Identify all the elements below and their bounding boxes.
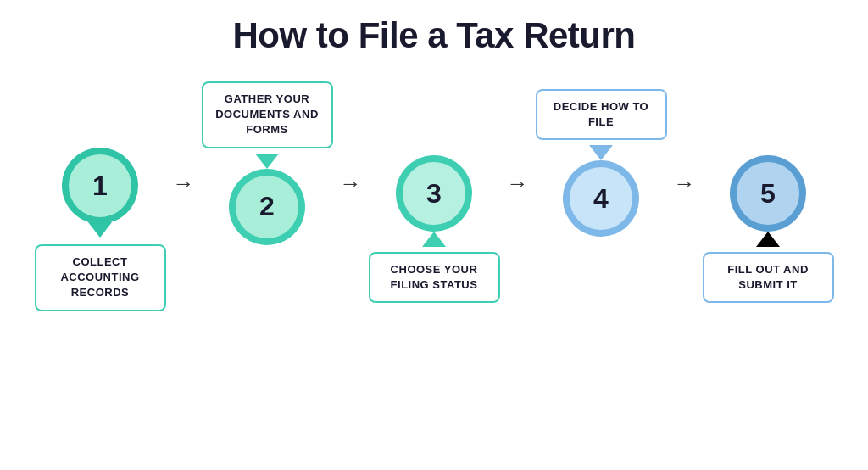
step-5-pointer bbox=[756, 232, 780, 247]
step-1-wrapper: 1 COLLECT ACCOUNTING RECORDS bbox=[35, 81, 166, 311]
step-5-circle-inner: 5 bbox=[737, 162, 799, 225]
arrow-2: → bbox=[340, 171, 362, 222]
step-5-circle-outer: 5 bbox=[730, 155, 806, 232]
step-4-circle-inner: 4 bbox=[570, 167, 632, 230]
step-3-circle-inner: 3 bbox=[403, 162, 465, 225]
step-1-circle-inner: 1 bbox=[69, 154, 131, 217]
step-5-wrapper: 5 FILL OUT AND SUBMIT IT bbox=[703, 89, 834, 303]
step-3-number: 3 bbox=[426, 178, 442, 210]
step-3-pointer bbox=[422, 232, 446, 247]
step-1-pointer bbox=[88, 222, 112, 238]
step-2-label: GATHER YOUR DOCUMENTS AND FORMS bbox=[202, 81, 333, 148]
step-2-circle-outer: 2 bbox=[229, 169, 305, 245]
step-5-number: 5 bbox=[760, 178, 776, 210]
step-4-wrapper: DECIDE HOW TO FILE 4 bbox=[536, 89, 667, 303]
arrow-4: → bbox=[674, 171, 696, 222]
step-3-wrapper: 3 CHOOSE YOUR FILING STATUS bbox=[369, 89, 500, 303]
arrow-3: → bbox=[507, 171, 529, 222]
page-title: How to File a Tax Return bbox=[233, 15, 636, 56]
diagram-container: 1 COLLECT ACCOUNTING RECORDS → GATHER YO… bbox=[0, 81, 868, 311]
step-4-label: DECIDE HOW TO FILE bbox=[536, 89, 667, 140]
step-4-number: 4 bbox=[593, 183, 609, 215]
step-1-circle-outer: 1 bbox=[62, 148, 138, 224]
step-2-circle-inner: 2 bbox=[236, 176, 298, 238]
step-3-label: CHOOSE YOUR FILING STATUS bbox=[369, 252, 500, 303]
step-4-pointer bbox=[589, 145, 613, 160]
arrow-1: → bbox=[173, 171, 195, 222]
step-4-circle-outer: 4 bbox=[563, 160, 639, 237]
step-2-number: 2 bbox=[259, 191, 275, 222]
step-5-label: FILL OUT AND SUBMIT IT bbox=[703, 252, 834, 303]
step-2-wrapper: GATHER YOUR DOCUMENTS AND FORMS 2 bbox=[202, 81, 333, 311]
step-2-pointer bbox=[255, 154, 279, 169]
step-3-circle-outer: 3 bbox=[396, 155, 472, 232]
step-1-number: 1 bbox=[92, 171, 108, 202]
step-1-label: COLLECT ACCOUNTING RECORDS bbox=[35, 244, 166, 311]
